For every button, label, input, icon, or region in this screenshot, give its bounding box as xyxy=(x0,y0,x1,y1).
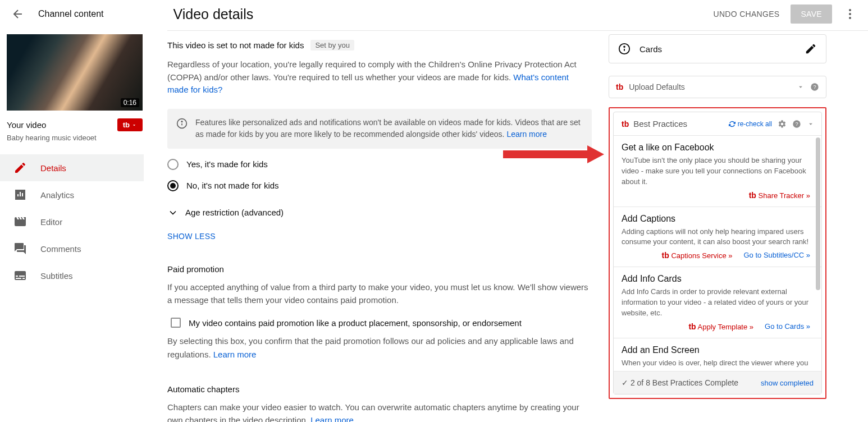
nav-item-label: Editor xyxy=(40,217,62,227)
kids-description: Regardless of your location, you're lega… xyxy=(167,58,592,97)
channel-content-label: Channel content xyxy=(38,9,104,19)
pencil-icon xyxy=(13,161,27,175)
radio-icon xyxy=(167,180,179,191)
nav-subtitles[interactable]: Subtitles xyxy=(0,262,144,289)
age-restriction-toggle[interactable]: Age restriction (advanced) xyxy=(167,207,592,218)
paid-confirm-text: By selecting this box, you confirm that … xyxy=(167,334,592,361)
tubebuddy-icon: tb xyxy=(616,82,623,91)
page-title: Video details xyxy=(173,6,254,22)
cards-panel-button[interactable]: Cards xyxy=(609,34,826,63)
go-to-cards-link[interactable]: Go to Cards » xyxy=(765,322,810,331)
tubebuddy-icon: tb xyxy=(622,120,629,129)
video-duration: 0:16 xyxy=(121,98,139,107)
bp-item-info-cards: Add Info Cards Add Info Cards in order t… xyxy=(614,267,821,338)
radio-icon xyxy=(167,159,179,170)
svg-point-1 xyxy=(849,13,851,15)
kids-heading-row: This video is set to not made for kids S… xyxy=(167,40,592,51)
chevron-down-icon xyxy=(797,83,805,91)
chevron-down-icon[interactable] xyxy=(807,120,815,128)
show-completed-button[interactable]: show completed xyxy=(761,379,814,387)
info-learn-more-link[interactable]: Learn more xyxy=(506,130,547,139)
comments-icon xyxy=(13,242,27,255)
share-tracker-link[interactable]: tb Share Tracker » xyxy=(749,191,810,200)
editor-icon xyxy=(13,215,27,228)
svg-point-8 xyxy=(624,46,625,47)
best-practices-title: Best Practices xyxy=(633,119,687,129)
nav-comments[interactable]: Comments xyxy=(0,235,144,262)
nav-item-label: Details xyxy=(40,163,66,173)
auto-learn-more-link[interactable]: Learn more xyxy=(310,415,354,422)
video-title-label: Baby hearing music videoet xyxy=(7,134,150,142)
subtitles-icon xyxy=(13,269,27,282)
more-menu-button[interactable] xyxy=(843,7,857,21)
nav-analytics[interactable]: Analytics xyxy=(0,181,144,208)
pencil-icon xyxy=(805,43,817,55)
bp-item-facebook: Get a like on Facebook YouTube isn't the… xyxy=(614,135,821,207)
svg-text:?: ? xyxy=(795,121,798,127)
bp-item-captions: Add Captions Adding captions will not on… xyxy=(614,207,821,267)
help-icon[interactable]: ? xyxy=(792,120,801,129)
svg-point-2 xyxy=(849,17,851,19)
your-video-label: Your video xyxy=(7,120,46,130)
save-button[interactable]: SAVE xyxy=(791,4,832,24)
nav-details[interactable]: Details xyxy=(0,154,144,181)
svg-point-0 xyxy=(849,9,851,11)
svg-point-5 xyxy=(181,121,182,122)
checkbox-icon xyxy=(171,318,181,328)
back-button[interactable] xyxy=(11,7,25,21)
cards-label: Cards xyxy=(639,44,662,54)
paid-learn-more-link[interactable]: Learn more xyxy=(213,350,257,359)
upload-defaults-dropdown[interactable]: tb Upload Defaults ? xyxy=(609,76,826,98)
analytics-icon xyxy=(13,188,27,201)
info-icon xyxy=(618,43,631,55)
nav-item-label: Subtitles xyxy=(40,271,73,281)
svg-text:?: ? xyxy=(813,84,816,90)
info-icon xyxy=(176,117,188,141)
tubebuddy-badge[interactable]: tb xyxy=(117,118,143,131)
video-thumbnail[interactable]: 0:16 xyxy=(7,34,143,111)
auto-chapters-text: Chapters can make your video easier to w… xyxy=(167,401,592,422)
svg-marker-12 xyxy=(587,145,604,163)
set-by-badge: Set by you xyxy=(310,40,354,51)
apply-template-link[interactable]: tb Apply Template » xyxy=(688,322,753,331)
undo-changes-button[interactable]: UNDO CHANGES xyxy=(714,10,780,19)
go-to-subtitles-link[interactable]: Go to Subtitles/CC » xyxy=(744,251,811,260)
auto-chapters-heading: Automatic chapters xyxy=(167,384,592,394)
annotation-arrow-icon xyxy=(503,143,604,166)
captions-service-link[interactable]: tb Captions Service » xyxy=(662,251,733,260)
nav-item-label: Analytics xyxy=(40,190,74,200)
gear-icon[interactable] xyxy=(778,120,787,129)
bp-footer: ✓ 2 of 8 Best Practices Complete show co… xyxy=(614,371,821,394)
paid-promotion-text: If you accepted anything of value from a… xyxy=(167,281,592,307)
radio-no-not-made-for-kids[interactable]: No, it's not made for kids xyxy=(167,180,592,191)
scrollbar[interactable] xyxy=(816,137,820,290)
paid-promotion-checkbox[interactable]: My video contains paid promotion like a … xyxy=(167,318,592,328)
recheck-all-button[interactable]: re-check all xyxy=(729,120,772,128)
show-less-button[interactable]: SHOW LESS xyxy=(167,232,592,241)
help-icon[interactable]: ? xyxy=(810,82,819,91)
nav-item-label: Comments xyxy=(40,244,81,254)
nav-editor[interactable]: Editor xyxy=(0,208,144,235)
paid-promotion-heading: Paid promotion xyxy=(167,264,592,274)
bp-item-end-screen: Add an End Screen When your video is ove… xyxy=(614,338,821,371)
